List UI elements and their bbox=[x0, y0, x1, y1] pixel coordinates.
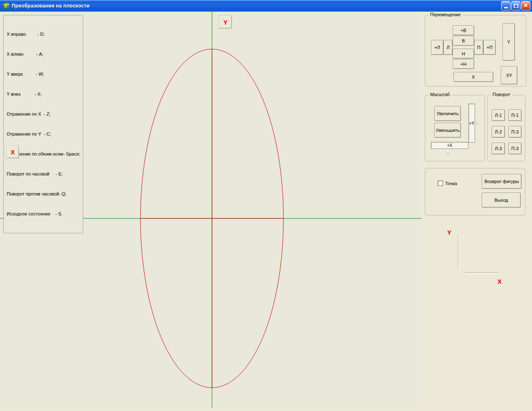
restore-icon bbox=[514, 4, 518, 8]
return-figure-button[interactable]: Возврат фигуры bbox=[482, 174, 522, 189]
app-window: Преобразования на плоскости × X вправо -… bbox=[0, 0, 532, 411]
move-left-button[interactable]: Л bbox=[443, 40, 453, 55]
minimize-button[interactable] bbox=[501, 1, 510, 10]
move-xy-button[interactable]: XY bbox=[501, 66, 517, 84]
move-x-button[interactable]: X bbox=[453, 72, 493, 82]
help-panel: X вправо - D; X влево - A; Y вверх - W; … bbox=[3, 15, 83, 233]
help-line: Y вверх - W; bbox=[7, 71, 80, 77]
x-axis-label: X bbox=[6, 146, 19, 158]
control-panel: Перемещение +В В Н +Н +Л Л П +П Y X XY М… bbox=[421, 12, 532, 411]
scale-decrease-button[interactable]: Уменьшить bbox=[434, 123, 461, 138]
point-checkbox[interactable] bbox=[438, 181, 443, 186]
movement-group-label: Перемещение bbox=[429, 12, 462, 17]
scale-x-track-label: +X bbox=[447, 143, 453, 148]
scale-y-track[interactable]: +Y bbox=[468, 104, 475, 143]
scale-y-track-label: +Y bbox=[469, 121, 475, 126]
drawing-canvas[interactable]: X вправо - D; X влево - A; Y вверх - W; … bbox=[0, 12, 421, 408]
rotate-l1-button[interactable]: Л-1 bbox=[492, 109, 505, 121]
scale-increase-button[interactable]: Увеличить bbox=[434, 106, 461, 121]
rotate-r2-button[interactable]: П-3 bbox=[508, 126, 522, 138]
scale-group: Масштаб Увеличить Уменьшить +Y - +X - bbox=[425, 95, 485, 161]
move-left-fast-button[interactable]: +Л bbox=[431, 40, 443, 55]
scale-group-label: Масштаб bbox=[429, 92, 451, 97]
client-area: X вправо - D; X влево - A; Y вверх - W; … bbox=[0, 12, 532, 411]
help-line: Y вниз - X; bbox=[7, 91, 80, 97]
move-down-button[interactable]: Н bbox=[453, 49, 474, 59]
minimize-icon bbox=[504, 7, 508, 8]
mini-y-axis-line bbox=[458, 235, 459, 268]
scale-x-track[interactable]: +X bbox=[431, 142, 468, 149]
move-up-button[interactable]: В bbox=[453, 36, 474, 46]
exit-button[interactable]: Выход bbox=[482, 193, 521, 208]
help-line: Исходное состояние - S. bbox=[7, 210, 80, 217]
rotate-l2-button[interactable]: Л-2 bbox=[492, 126, 505, 138]
move-up-fast-button[interactable]: +В bbox=[453, 25, 474, 35]
movement-group: Перемещение +В В Н +Н +Л Л П +П Y X XY bbox=[425, 15, 526, 87]
rotate-r3-button[interactable]: П-3 bbox=[508, 143, 522, 154]
y-axis-label: Y bbox=[219, 15, 232, 29]
help-line: X вправо - D; bbox=[7, 31, 80, 37]
help-line: Поворот против часовой- Q; bbox=[7, 191, 80, 197]
app-icon bbox=[2, 2, 10, 10]
help-line: Отражение по Y - C; bbox=[7, 131, 80, 137]
scale-x-minus-mark: - bbox=[447, 150, 449, 155]
restore-button[interactable] bbox=[511, 1, 520, 10]
rotation-group-label: Поворот bbox=[491, 92, 512, 97]
help-line: X влево - A; bbox=[7, 51, 80, 57]
help-line: Отражение по X - Z; bbox=[7, 111, 80, 117]
rotate-l3-button[interactable]: Л-3 bbox=[492, 143, 505, 154]
move-y-button[interactable]: Y bbox=[502, 23, 515, 61]
mini-y-axis-label: Y bbox=[447, 229, 451, 236]
move-right-fast-button[interactable]: +П bbox=[483, 40, 496, 55]
scale-y-minus-mark: - bbox=[477, 120, 478, 125]
close-button[interactable]: × bbox=[521, 1, 530, 10]
mini-x-axis-label: X bbox=[498, 278, 502, 285]
rotation-group: Поворот Л-1 П-1 Л-2 П-3 Л-3 П-3 bbox=[487, 95, 525, 161]
window-title: Преобразования на плоскости bbox=[12, 3, 500, 9]
actions-group: Точка Возврат фигуры Выход bbox=[425, 168, 525, 215]
titlebar[interactable]: Преобразования на плоскости × bbox=[0, 0, 532, 12]
rotate-r1-button[interactable]: П-1 bbox=[508, 109, 522, 121]
point-checkbox-label: Точка bbox=[445, 181, 457, 186]
mini-x-axis-line bbox=[465, 272, 499, 274]
help-line: Поворот по часовой - E; bbox=[7, 171, 80, 177]
close-icon: × bbox=[524, 2, 527, 9]
move-right-button[interactable]: П bbox=[474, 40, 483, 55]
move-down-fast-button[interactable]: +Н bbox=[453, 59, 474, 69]
